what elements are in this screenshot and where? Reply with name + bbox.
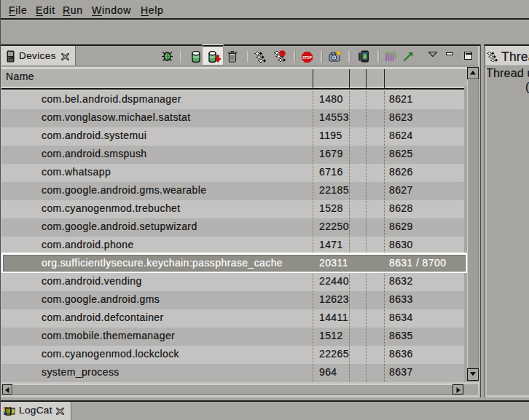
svg-text:STOP: STOP: [302, 56, 311, 60]
